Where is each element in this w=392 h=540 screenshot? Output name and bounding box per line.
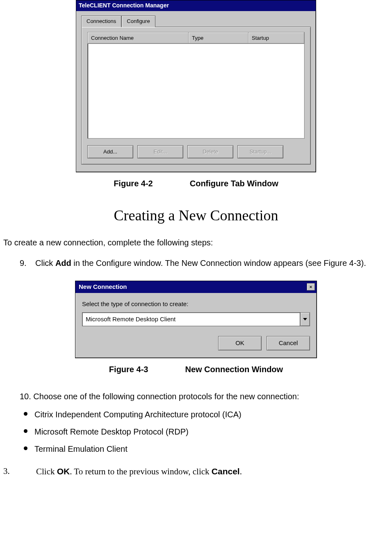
list-item: Terminal Emulation Client (20, 443, 389, 455)
chevron-down-icon[interactable] (300, 312, 310, 327)
step-10: 10. Choose one of the following connecti… (20, 390, 389, 403)
col-connection-name[interactable]: Connection Name (88, 32, 189, 44)
tab-configure[interactable]: Configure (121, 16, 155, 27)
figure-4-3-number: Figure 4-3 (109, 365, 148, 374)
cm-button-row: Add... Edit... Delete Startup... (87, 145, 305, 158)
step-9: 9. Click Add in the Configure window. Th… (20, 257, 389, 269)
list-item: Citrix Independent Computing Architectur… (20, 408, 389, 421)
col-type[interactable]: Type (189, 32, 248, 44)
list-item: Microsoft Remote Desktop Protocol (RDP) (20, 426, 389, 438)
step-3-text: Click OK. To return to the previous wind… (36, 465, 242, 478)
step-9-bold: Add (55, 259, 71, 268)
connection-type-value: Microsoft Remote Desktop Client (82, 312, 300, 327)
figure-4-3-title: New Connection Window (185, 365, 283, 374)
cm-connection-list: Connection Name Type Startup (87, 32, 305, 139)
cancel-button[interactable]: Cancel (267, 336, 310, 350)
col-startup[interactable]: Startup (248, 32, 304, 44)
step-3-cancel: Cancel (212, 467, 240, 476)
connection-type-select[interactable]: Microsoft Remote Desktop Client (82, 312, 310, 327)
figure-4-2-number: Figure 4-2 (114, 179, 153, 188)
startup-button: Startup... (237, 145, 283, 158)
figure-4-3-caption: Figure 4-3New Connection Window (3, 363, 389, 375)
cm-list-header: Connection Name Type Startup (88, 32, 304, 44)
edit-button: Edit... (137, 145, 183, 158)
cm-body: Connections Configure Connection Name Ty… (76, 11, 316, 172)
figure-4-2-title: Configure Tab Window (190, 179, 278, 188)
cm-tab-strip: Connections Configure (81, 15, 311, 27)
cm-titlebar: TeleCLIENT Connection Manager (76, 0, 316, 11)
protocol-list: Citrix Independent Computing Architectur… (20, 408, 389, 455)
nc-titlebar: New Connection × (75, 281, 317, 293)
step-3-ok: OK (57, 467, 70, 476)
step-9-text: Click Add in the Configure window. The N… (35, 257, 366, 269)
ok-button[interactable]: OK (218, 336, 262, 350)
step-9-number: 9. (20, 257, 35, 269)
intro-text: To create a new connection, complete the… (3, 236, 389, 249)
connection-manager-window: TeleCLIENT Connection Manager Connection… (76, 0, 316, 172)
new-connection-window: New Connection × Select the type of conn… (75, 281, 317, 358)
svg-marker-0 (303, 318, 307, 320)
nc-button-row: OK Cancel (82, 336, 310, 350)
cm-panel: Connection Name Type Startup Add... Edit… (81, 27, 311, 165)
add-button[interactable]: Add... (87, 145, 133, 158)
tab-connections[interactable]: Connections (81, 16, 121, 27)
delete-button: Delete (187, 145, 233, 158)
nc-title: New Connection (79, 282, 127, 292)
section-heading: Creating a New Connection (3, 204, 389, 227)
nc-label: Select the type of connection to create: (82, 300, 310, 309)
close-icon[interactable]: × (307, 283, 315, 291)
step-3-number: 3. (3, 465, 36, 478)
step-3: 3. Click OK. To return to the previous w… (3, 465, 389, 478)
nc-body: Select the type of connection to create:… (75, 293, 317, 358)
figure-4-2-caption: Figure 4-2Configure Tab Window (3, 177, 389, 190)
cm-list-body (88, 44, 304, 138)
